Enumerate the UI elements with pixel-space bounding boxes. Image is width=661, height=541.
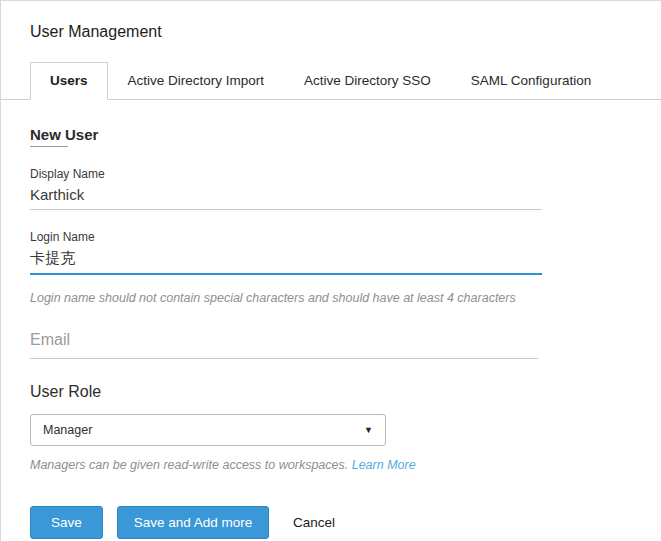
section-title-text: New User <box>30 126 98 143</box>
login-name-hint: Login name should not contain special ch… <box>30 291 590 305</box>
user-role-label: User Role <box>30 383 661 401</box>
tabbar: Users Active Directory Import Active Dir… <box>1 61 661 100</box>
save-and-add-more-button[interactable]: Save and Add more <box>117 506 269 539</box>
user-role-hint-text: Managers can be given read-write access … <box>30 458 352 472</box>
user-role-select[interactable]: Manager ▼ <box>30 414 386 446</box>
chevron-down-icon: ▼ <box>364 425 373 435</box>
tab-users[interactable]: Users <box>30 62 108 100</box>
learn-more-link[interactable]: Learn More <box>352 458 416 472</box>
cancel-button[interactable]: Cancel <box>293 515 335 530</box>
button-row: Save Save and Add more Cancel <box>30 506 661 539</box>
tab-saml-configuration[interactable]: SAML Configuration <box>451 62 611 100</box>
page-title: User Management <box>1 1 661 61</box>
display-name-field: Display Name Karthick <box>30 167 542 210</box>
login-name-input[interactable]: 卡提克 <box>30 247 542 275</box>
save-button[interactable]: Save <box>30 506 103 539</box>
login-name-field: Login Name 卡提克 <box>30 230 542 275</box>
user-management-panel: User Management Users Active Directory I… <box>0 0 661 541</box>
user-role-selected-value: Manager <box>43 423 92 437</box>
section-title-underline <box>30 146 68 147</box>
tab-active-directory-import[interactable]: Active Directory Import <box>108 62 285 100</box>
form-content: New User Display Name Karthick Login Nam… <box>1 100 661 539</box>
display-name-label: Display Name <box>30 167 542 181</box>
section-title: New User <box>30 126 98 147</box>
tab-active-directory-sso[interactable]: Active Directory SSO <box>284 62 451 100</box>
display-name-input[interactable]: Karthick <box>30 184 542 210</box>
login-name-label: Login Name <box>30 230 542 244</box>
user-role-hint: Managers can be given read-write access … <box>30 458 661 472</box>
email-input[interactable]: Email <box>30 331 538 359</box>
